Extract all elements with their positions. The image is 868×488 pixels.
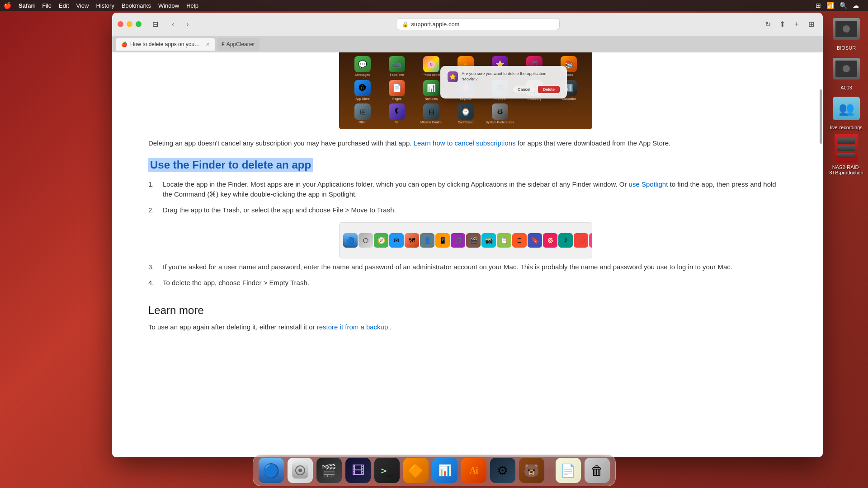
dialog-buttons: Cancel Delete <box>448 86 560 93</box>
step-1-text: Locate the app in the Finder. Most apps … <box>163 179 783 200</box>
dock-portfolio[interactable]: 📊 <box>432 458 458 483</box>
drive-live[interactable]: 👥 live-recordings <box>828 94 864 130</box>
step-3-num: 3. <box>148 262 157 272</box>
maximize-button[interactable] <box>136 21 142 27</box>
dock-trash[interactable]: 🗑 <box>585 458 610 483</box>
drive-icon-a003 <box>832 54 861 83</box>
tab-close-button[interactable]: ✕ <box>206 42 210 47</box>
scrollbar-thumb[interactable] <box>820 89 822 144</box>
sidebar-toggle-button[interactable]: ⊟ <box>149 18 161 31</box>
share-button[interactable]: ⬆ <box>776 18 788 31</box>
back-button[interactable]: ‹ <box>167 18 179 31</box>
raid-slot-2 <box>837 145 855 151</box>
dialog-cancel-button[interactable]: Cancel <box>513 86 535 93</box>
dock-launchpad[interactable] <box>288 458 313 483</box>
tab-favicon: 🍎 <box>121 42 127 47</box>
step-4-num: 4. <box>148 278 157 288</box>
menu-history[interactable]: History <box>96 2 114 9</box>
subscription-text: Deleting an app doesn't cancel any subsc… <box>148 139 411 147</box>
drive-a003[interactable]: A003 <box>828 54 864 90</box>
menu-help[interactable]: Help <box>186 2 198 9</box>
tab-overview-button[interactable]: ⊞ <box>805 18 817 31</box>
dock-finder[interactable]: 🔵 <box>259 458 284 483</box>
step-2-text: Drag the app to the Trash, or select the… <box>163 205 396 216</box>
dock-mini-mail: ✉ <box>389 233 404 248</box>
svg-point-2 <box>298 469 302 472</box>
learn-more-section: Learn more To use an app again after del… <box>112 304 819 333</box>
drive-icon-nas <box>832 134 861 163</box>
menu-safari[interactable]: Safari <box>19 2 35 9</box>
raid-slot-3 <box>837 153 855 158</box>
drive-nas[interactable]: NAS2-RAID-8TB-production <box>828 134 864 175</box>
tab-title: How to delete apps on your Mac - Apple S… <box>130 41 201 47</box>
forward-button[interactable]: › <box>181 18 194 31</box>
restore-link[interactable]: restore it from a backup <box>317 323 388 331</box>
menu-bar-right: ⊞ 📶 🔍 ☁ <box>816 2 864 9</box>
active-tab[interactable]: 🍎 How to delete apps on your Mac - Apple… <box>116 38 215 51</box>
step-3: 3. If you're asked for a user name and p… <box>148 262 783 272</box>
step-3-text: If you're asked for a user name and pass… <box>163 262 732 272</box>
search-icon[interactable]: 🔍 <box>840 2 847 9</box>
dock-davinci[interactable]: 🎞 <box>345 458 371 483</box>
dock-mini-contacts: 👤 <box>420 233 434 248</box>
dock-illustrator[interactable]: Ai <box>461 458 486 483</box>
close-button[interactable] <box>118 21 123 27</box>
menu-edit[interactable]: Edit <box>59 2 69 9</box>
drive-biosur[interactable]: BIOSUR <box>828 14 864 51</box>
scrollbar-track[interactable] <box>819 52 823 457</box>
dialog-app-icon: ⭐ <box>448 71 458 82</box>
app-syspref: ⚙ System Preferences <box>484 103 516 126</box>
dock-separator <box>550 461 550 483</box>
dock-terminal[interactable]: >_ <box>374 458 400 483</box>
spotlight-link[interactable]: use Spotlight <box>629 180 668 188</box>
tab-bar: 🍎 How to delete apps on your Mac - Apple… <box>112 36 823 52</box>
nav-buttons: ‹ › <box>167 18 194 31</box>
dock-container: 🔵 🎬 🎞 >_ 🔶 📊 Ai ⚙ <box>0 455 868 486</box>
dock-notes[interactable]: 📄 <box>556 458 581 483</box>
dock-icons-row: 🔵 ⬡ 🧭 ✉ 🗺 👤 📱 🎵 🎬 📸 📋 🗒 🔖 🎯 <box>343 233 592 248</box>
dock-mission-control[interactable]: 🎬 <box>316 458 342 483</box>
dock-mini-map: 🗺 <box>405 233 419 248</box>
dock-bear[interactable]: 🐻 <box>519 458 544 483</box>
dock-mini-4: 📸 <box>481 233 496 248</box>
launchpad-screenshot: 💬 Messages 📹 FaceTime 🌸 Photo Booth <box>339 52 592 129</box>
dock-mini-2: 🎵 <box>451 233 465 248</box>
apple-menu[interactable]: 🍎 <box>4 2 11 9</box>
dialog-delete-button[interactable]: Delete <box>538 86 560 93</box>
dock-mini-10: 🚫 <box>574 233 588 248</box>
menu-view[interactable]: View <box>76 2 89 9</box>
article-image-container: 💬 Messages 📹 FaceTime 🌸 Photo Booth <box>112 52 819 129</box>
dock-ptgui[interactable]: 🔶 <box>403 458 429 483</box>
control-center-icon[interactable]: ⊞ <box>816 2 821 9</box>
wifi-icon[interactable]: 📶 <box>826 2 834 9</box>
address-bar[interactable]: 🔒 support.apple.com <box>396 19 559 30</box>
right-sidebar: BIOSUR A003 👥 live-recordings NAS2-RAID-… <box>828 14 864 175</box>
dock-mini-11: 🎼 <box>589 233 592 248</box>
minimize-button[interactable] <box>127 21 132 27</box>
steps-list: 1. Locate the app in the Finder. Most ap… <box>148 179 783 216</box>
drive-label-a003: A003 <box>840 85 852 90</box>
page-content: 💬 Messages 📹 FaceTime 🌸 Photo Booth <box>112 52 819 457</box>
drive-icon-live: 👥 <box>832 94 861 123</box>
menu-bookmarks[interactable]: Bookmarks <box>122 2 151 9</box>
app-facetime: 📹 FaceTime <box>381 56 413 78</box>
extension-tab[interactable]: F AppCleaner <box>217 38 259 51</box>
lock-icon: 🔒 <box>402 21 409 28</box>
dock-mini-5: 📋 <box>497 233 511 248</box>
airdrop-icon[interactable]: ☁ <box>853 2 859 9</box>
dock-mini-1: 📱 <box>435 233 450 248</box>
dock-mini-finder: 🔵 <box>343 233 358 248</box>
new-tab-button[interactable]: ＋ <box>790 18 803 31</box>
menu-bar-left: 🍎 Safari File Edit View History Bookmark… <box>4 2 198 9</box>
learn-more-text: To use an app again after deleting it, e… <box>148 322 783 333</box>
dock-mini-safari: 🧭 <box>374 233 388 248</box>
title-bar: ⊟ ‹ › 🔒 support.apple.com ↻ ⬆ ＋ ⊞ <box>112 13 823 36</box>
menu-file[interactable]: File <box>42 2 52 9</box>
traffic-lights <box>118 21 142 27</box>
menu-window[interactable]: Window <box>158 2 179 9</box>
menu-bar: 🍎 Safari File Edit View History Bookmark… <box>0 0 868 11</box>
subscription-link[interactable]: Learn how to cancel subscriptions <box>414 139 516 147</box>
dock: 🔵 🎬 🎞 >_ 🔶 📊 Ai ⚙ <box>253 455 616 486</box>
dock-steam[interactable]: ⚙ <box>490 458 515 483</box>
reload-button[interactable]: ↻ <box>761 18 774 31</box>
